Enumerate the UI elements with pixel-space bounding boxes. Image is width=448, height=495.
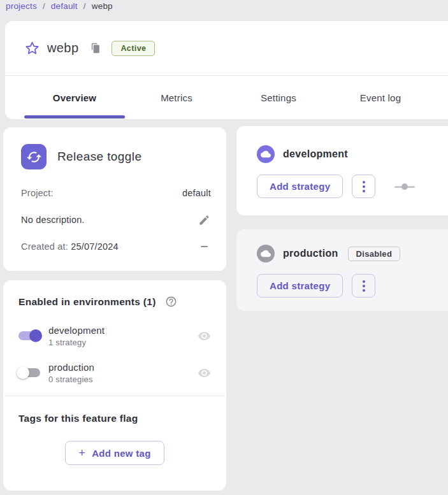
environment-panel-actions: Add strategy [257,175,448,198]
question-circle-icon [165,296,177,308]
environment-name: development [48,325,105,336]
add-new-tag-button[interactable]: + Add new tag [65,441,164,465]
help-button[interactable] [165,296,177,308]
kebab-dots-icon [363,280,365,283]
more-actions-button[interactable] [352,274,375,298]
project-label: Project: [21,188,54,198]
environment-panel-header: development [257,145,448,163]
eye-icon [198,329,211,343]
cloud-icon [257,145,275,163]
plus-icon: + [78,447,85,459]
created-at-value: 25/07/2024 [71,241,119,252]
tags-section: Tags for this feature flag + Add new tag [18,396,211,465]
breadcrumb-projects-link[interactable]: projects [6,1,37,11]
edit-description-button[interactable] [197,213,211,227]
flat-sparkline-icon [394,183,415,190]
more-actions-button[interactable] [352,175,375,198]
environments-card: Enabled in environments (1) development … [3,280,226,491]
add-strategy-button[interactable]: Add strategy [257,274,343,298]
disabled-badge: Disabled [348,247,401,261]
environment-name: production [48,362,94,373]
development-toggle[interactable] [18,331,40,340]
copy-name-button[interactable] [89,42,101,55]
release-toggle-icon [21,144,47,169]
overview-left-column: Release toggle Project: default No descr… [3,127,226,491]
feature-flag-page: projects / default / webp webp Active Ov… [0,0,448,495]
project-row: Project: default [21,186,211,200]
cloud-icon [257,245,275,262]
status-badge: Active [112,41,155,56]
flag-type-title: Release toggle [57,150,141,164]
breadcrumb: projects / default / webp [6,1,113,11]
environment-toggle-row-development: development 1 strategy [18,322,211,350]
kebab-dots-icon [363,181,365,183]
created-at-row: Created at: 25/07/2024 [21,240,211,254]
breadcrumb-separator: / [83,1,86,11]
tab-bar: Overview Metrics Settings Event log [5,76,448,119]
environment-toggle-row-production: production 0 strategies [18,359,211,387]
tab-metrics[interactable]: Metrics [126,92,228,103]
dash-icon [201,246,208,247]
breadcrumb-project-link[interactable]: default [51,1,78,11]
flag-type-header: Release toggle [21,144,211,169]
favorite-button[interactable] [24,41,40,56]
eye-icon [198,366,211,380]
active-tab-indicator [24,115,125,118]
created-at-label: Created at: [21,241,68,252]
environment-strategy-count: 1 strategy [48,338,105,347]
add-strategy-button[interactable]: Add strategy [257,175,343,198]
environment-panel-name: production [283,248,338,259]
visibility-button[interactable] [197,329,211,343]
tab-settings[interactable]: Settings [228,92,329,103]
environment-panels-column: development Add strategy production Disa… [236,126,448,311]
feature-header-card: webp Active Overview Metrics Settings Ev… [5,21,448,119]
production-toggle[interactable] [18,368,40,377]
environment-panel-actions: Add strategy [257,274,448,298]
add-new-tag-label: Add new tag [92,448,150,459]
star-icon [25,41,40,55]
page-title: webp [47,41,78,55]
description-row: No description. [21,213,211,227]
environment-panel-header: production Disabled [257,245,448,262]
tab-overview[interactable]: Overview [24,92,126,103]
environments-card-title: Enabled in environments (1) [18,296,156,308]
copy-icon [90,43,101,54]
flag-type-card: Release toggle Project: default No descr… [3,127,226,271]
environment-panel-production: production Disabled Add strategy [236,229,448,311]
environments-card-header: Enabled in environments (1) [18,296,211,308]
feature-title-row: webp Active [5,21,448,75]
environment-strategy-count: 0 strategies [48,375,94,384]
environment-panel-development: development Add strategy [236,126,448,215]
pencil-icon [198,214,210,226]
tab-event-log[interactable]: Event log [329,92,431,103]
visibility-button[interactable] [197,366,211,380]
breadcrumb-separator: / [43,1,45,11]
breadcrumb-current: webp [92,1,113,11]
description-text: No description. [21,215,85,225]
tags-section-title: Tags for this feature flag [18,413,211,424]
environment-panel-name: development [283,148,348,160]
project-value: default [182,188,211,198]
